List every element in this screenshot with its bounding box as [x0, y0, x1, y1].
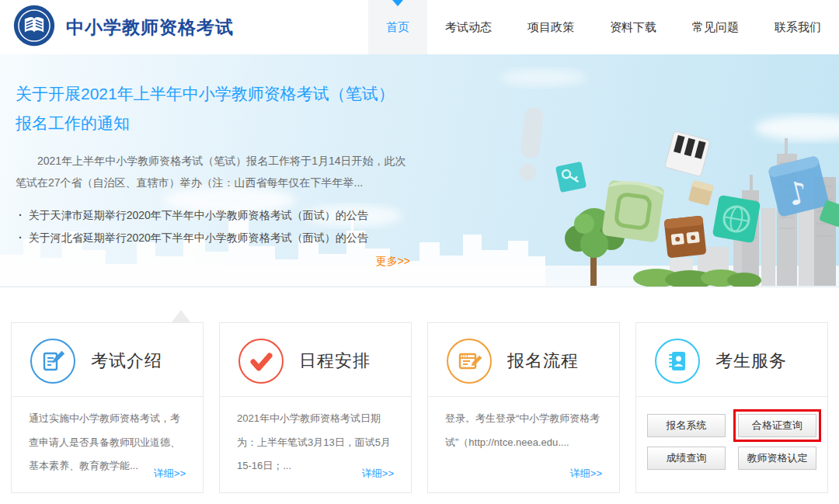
news-link-tianjin[interactable]: 关于天津市延期举行2020年下半年中小学教师资格考试（面试）的公告 [16, 204, 410, 227]
service-cards: 考试介绍 通过实施中小学教师资格考试，考查申请人是否具备教师职业道德、基本素养、… [0, 287, 839, 493]
nav-item-home[interactable]: 首页 [368, 0, 427, 54]
card-head: 考试介绍 [12, 323, 203, 396]
service-button-grid: 报名系统 合格证查询 成绩查询 教师资格认定 [636, 397, 827, 470]
nav-item-contact[interactable]: 联系我们 [757, 0, 839, 54]
hero-banner: ♪ 关于开展2021年上半年中小学教师资格考试（笔试）报名工作的通知 2021年… [0, 54, 839, 287]
main-nav: 首页 考试动态 项目政策 资料下载 常见问题 联系我们 [368, 0, 839, 54]
exam-intro-icon [30, 339, 75, 384]
card-signup-flow: 报名流程 登录。考生登录“中小学教师资格考试”（http://ntce.neea… [427, 322, 620, 493]
detail-link-exam-intro[interactable]: 详细>> [154, 467, 186, 481]
candidate-service-icon [655, 339, 700, 384]
news-link-hebei[interactable]: 关于河北省延期举行2020年下半年中小学教师资格考试（面试）的公告 [16, 227, 410, 249]
card-title: 考试介绍 [91, 349, 162, 373]
logo-area: 中小学教师资格考试 [0, 4, 234, 50]
card-title: 考生服务 [715, 349, 787, 373]
card-candidate-services: 考生服务 报名系统 合格证查询 成绩查询 教师资格认定 [635, 322, 828, 493]
more-link[interactable]: 更多>> [16, 255, 410, 269]
detail-link-signup-flow[interactable]: 详细>> [570, 467, 602, 481]
certificate-query-button[interactable]: 合格证查询 [738, 414, 816, 437]
notice-title-link[interactable]: 关于开展2021年上半年中小学教师资格考试（笔试）报名工作的通知 [16, 79, 410, 138]
signup-flow-icon [447, 339, 492, 384]
card-head: 日程安排 [220, 323, 411, 396]
site-logo-icon [12, 4, 56, 50]
card-exam-intro: 考试介绍 通过实施中小学教师资格考试，考查申请人是否具备教师职业道德、基本素养、… [11, 322, 204, 493]
header: 中小学教师资格考试 首页 考试动态 项目政策 资料下载 常见问题 联系我们 [0, 0, 839, 54]
score-query-button[interactable]: 成绩查询 [647, 447, 726, 470]
page: 中小学教师资格考试 首页 考试动态 项目政策 资料下载 常见问题 联系我们 [0, 0, 839, 504]
card-title: 日程安排 [299, 349, 371, 373]
hero-content: 关于开展2021年上半年中小学教师资格考试（笔试）报名工作的通知 2021年上半… [16, 79, 410, 269]
nav-item-downloads[interactable]: 资料下载 [592, 0, 674, 54]
nav-item-policy[interactable]: 项目政策 [510, 0, 592, 54]
signup-system-button[interactable]: 报名系统 [647, 414, 726, 437]
notice-summary: 2021年上半年中小学教师资格考试（笔试）报名工作将于1月14日开始，此次笔试在… [16, 150, 410, 194]
schedule-check-icon [238, 339, 284, 384]
up-pointer-decoration [172, 310, 190, 322]
card-schedule: 日程安排 2021年中小学教师资格考试日期为：上半年笔试3月13日，面试5月15… [219, 322, 412, 493]
card-title: 报名流程 [507, 349, 579, 373]
card-head: 考生服务 [636, 323, 827, 396]
detail-link-schedule[interactable]: 详细>> [362, 467, 394, 481]
news-list: 关于天津市延期举行2020年下半年中小学教师资格考试（面试）的公告 关于河北省延… [16, 204, 410, 249]
svg-text:♪: ♪ [784, 173, 812, 213]
qualification-button[interactable]: 教师资格认定 [738, 447, 816, 470]
card-head: 报名流程 [428, 323, 619, 396]
site-title: 中小学教师资格考试 [66, 16, 234, 40]
nav-item-faq[interactable]: 常见问题 [674, 0, 757, 54]
nav-item-exam-news[interactable]: 考试动态 [427, 0, 510, 54]
